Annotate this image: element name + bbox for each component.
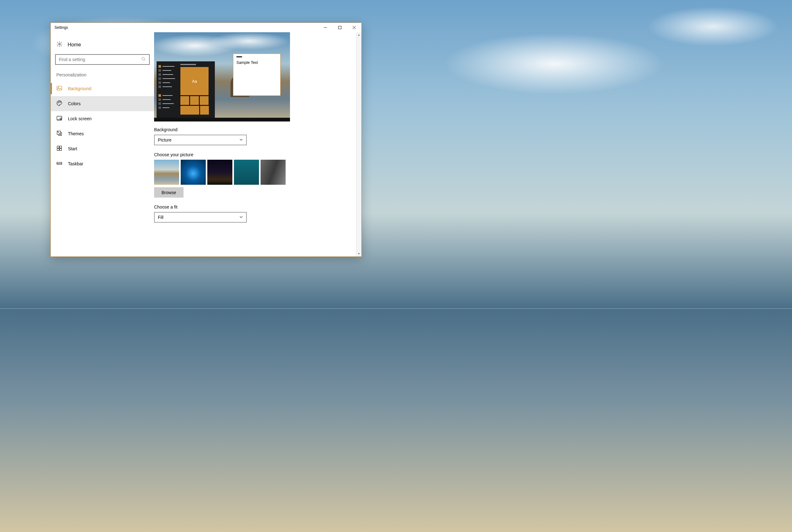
sidebar-item-label: Themes [68, 131, 84, 136]
picture-thumbnail-2[interactable] [181, 160, 206, 185]
sidebar-item-label: Lock screen [68, 116, 91, 121]
choose-picture-label: Choose your picture [154, 152, 350, 157]
background-label: Background [154, 127, 350, 132]
lockscreen-icon [56, 115, 62, 122]
svg-point-5 [142, 57, 145, 60]
themes-icon [56, 130, 62, 137]
fit-dropdown-value: Fill [158, 215, 164, 220]
browse-button-label: Browse [162, 190, 176, 195]
browse-button[interactable]: Browse [154, 187, 184, 197]
home-label: Home [68, 42, 81, 48]
scroll-up-arrow[interactable]: ▲ [356, 32, 361, 38]
fit-dropdown[interactable]: Fill [154, 212, 247, 223]
svg-rect-16 [57, 146, 59, 148]
svg-line-6 [144, 59, 145, 61]
picture-thumbnail-5[interactable] [261, 160, 286, 185]
scrollbar[interactable]: ▲ ▼ [356, 32, 361, 256]
titlebar[interactable]: Settings [51, 23, 361, 32]
sidebar-item-lockscreen[interactable]: Lock screen [51, 111, 154, 126]
home-button[interactable]: Home [51, 38, 154, 54]
svg-rect-19 [59, 148, 61, 150]
start-icon [56, 145, 62, 152]
sidebar-item-label: Background [68, 86, 91, 91]
preview-tile-aa: Aa [181, 67, 209, 95]
sidebar-item-taskbar[interactable]: Taskbar [51, 156, 154, 171]
picture-icon [56, 85, 62, 92]
palette-icon [56, 100, 62, 107]
svg-rect-13 [60, 118, 61, 119]
svg-rect-17 [59, 146, 61, 148]
preview-sample-text: Sample Text [237, 60, 277, 65]
gear-icon [56, 41, 63, 49]
search-input[interactable] [59, 57, 138, 62]
svg-point-9 [58, 102, 59, 103]
desktop-preview: Aa Sample Text [154, 32, 290, 121]
svg-point-4 [59, 43, 60, 45]
sidebar-item-background[interactable]: Background [51, 81, 154, 96]
sidebar-item-label: Start [68, 146, 77, 151]
preview-sample-window: Sample Text [233, 54, 281, 96]
background-dropdown-value: Picture [158, 137, 172, 142]
window-controls [318, 23, 361, 32]
svg-point-10 [59, 101, 59, 102]
search-box[interactable] [55, 54, 150, 65]
sidebar-item-label: Taskbar [68, 161, 83, 166]
minimize-button[interactable] [318, 23, 333, 32]
svg-rect-1 [339, 26, 341, 29]
sidebar: Home Personalization Background Colo [51, 32, 154, 256]
picture-thumbnail-3[interactable] [207, 160, 232, 185]
search-icon [141, 57, 146, 63]
chevron-down-icon [239, 137, 243, 142]
sidebar-item-start[interactable]: Start [51, 141, 154, 156]
svg-rect-18 [57, 148, 59, 150]
window-title: Settings [55, 25, 68, 30]
svg-point-11 [60, 102, 61, 102]
preview-start-menu: Aa [156, 61, 215, 118]
settings-window: Settings Home [51, 22, 362, 257]
sidebar-item-colors[interactable]: Colors [51, 96, 154, 111]
scroll-down-arrow[interactable]: ▼ [356, 251, 361, 256]
section-label: Personalization [51, 71, 154, 81]
close-button[interactable] [347, 23, 361, 32]
picture-thumbnail-1[interactable] [154, 160, 179, 185]
svg-rect-20 [57, 162, 62, 164]
content-area: Aa Sample Text Background Picture [154, 32, 361, 256]
desktop-horizon [0, 308, 792, 309]
svg-rect-7 [57, 86, 62, 90]
choose-fit-label: Choose a fit [154, 205, 350, 209]
sidebar-item-label: Colors [68, 101, 80, 106]
taskbar-icon [56, 160, 62, 167]
sidebar-item-themes[interactable]: Themes [51, 126, 154, 141]
picture-thumbnail-4[interactable] [234, 160, 259, 185]
background-dropdown[interactable]: Picture [154, 135, 247, 145]
maximize-button[interactable] [333, 23, 347, 32]
chevron-down-icon [239, 215, 243, 220]
picture-thumbnails [154, 160, 350, 185]
